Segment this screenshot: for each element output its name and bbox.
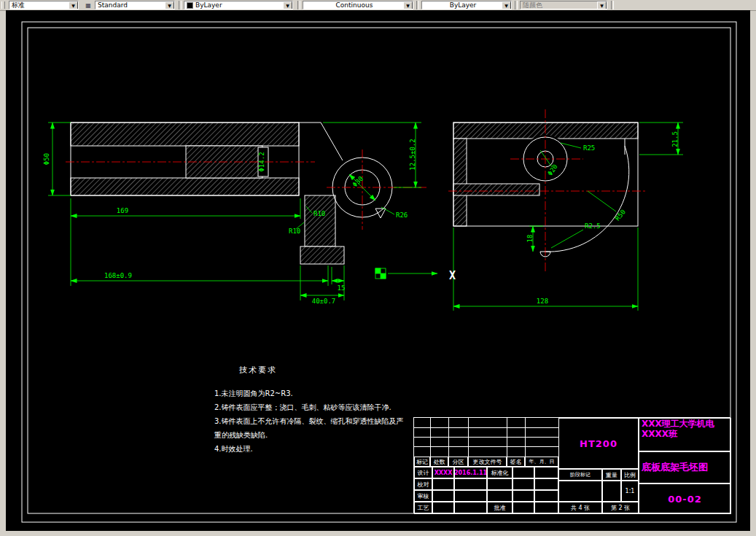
dim-r10a-label: R10 [313, 210, 325, 217]
cell-scale-value: 1:1 [621, 481, 639, 502]
dim-r26-label: R26 [396, 211, 408, 219]
title-block: 标记 处数 分区 更改文件号 签名 年、月、日 设计 XXXX 2016.1.1… [413, 417, 730, 513]
cell-zone: 分区 [448, 457, 468, 467]
properties-toolbar: 标准 ▼ ▦ Standard ▼ ByLayer ▼ Continuous ▼… [0, 0, 756, 11]
drawing-canvas[interactable]: Φ50 Φ14.2 169 168±0.9 40±0.7 15 12.5±0.2… [6, 10, 750, 531]
tech-item: 4.时效处理. [214, 442, 410, 456]
color-swatch-icon [187, 2, 193, 9]
cell-count: 处数 [430, 457, 448, 467]
cell-drawing-number: 00-02 [639, 483, 731, 514]
dim-phi14-label: Φ14.2 [258, 152, 265, 171]
text-style-icon[interactable]: ▦ [82, 1, 94, 11]
color-combo[interactable]: ByLayer ▼ [184, 1, 293, 9]
grid-line [414, 427, 558, 428]
dim-18-label: 18 [526, 235, 534, 243]
chevron-down-icon[interactable]: ▼ [403, 1, 413, 9]
dim-169-label: 169 [117, 207, 128, 214]
toolbar-separator [179, 1, 182, 9]
cell-sheets: 共 4 张 [558, 502, 602, 514]
empty-cell [602, 481, 621, 502]
cell-approve: 批准 [487, 502, 513, 514]
cell-organization: XXX理工大学机电 XXXX班 [639, 418, 731, 451]
toolbar-separator [416, 1, 419, 9]
dim-15-label: 15 [338, 284, 346, 292]
technical-requirements: 技术要求 1.未注明圆角为R2~R3. 2.铸件表面应平整；浇口、毛刺、粘砂等应… [214, 363, 410, 456]
dim-r10b-label: R10 [289, 228, 300, 235]
chevron-down-icon[interactable]: ▼ [69, 1, 78, 9]
tech-item: 3.铸件表面上不允许有冷隔、裂纹、缩孔和穿透性缺陷及严重的残缺类缺陷. [214, 414, 410, 442]
foot-flange-section [300, 246, 344, 264]
dim-r25-label: R25 [583, 144, 595, 152]
chevron-down-icon[interactable]: ▼ [165, 1, 174, 9]
dim-128-label: 128 [537, 298, 548, 305]
cell-check: 校对 [414, 478, 432, 490]
empty-cell [454, 490, 487, 502]
cell-signature: 签名 [507, 457, 525, 467]
app-window: { "toolbar": { "dim_style": "标准", "text_… [0, 0, 756, 536]
dim-phi30-label: Φ30 [351, 175, 365, 189]
tech-item: 2.铸件表面应平整；浇口、毛刺、粘砂等应该清除干净. [214, 400, 410, 414]
org-line1: XXX理工大学机电 [642, 419, 714, 429]
dim-215-label: 21.5 [671, 131, 679, 147]
empty-cell [454, 478, 487, 490]
right-view [453, 123, 638, 257]
empty-cell [558, 481, 602, 502]
text-style-combo[interactable]: Standard ▼ [95, 1, 175, 9]
linetype-combo[interactable]: Continuous ▼ [303, 1, 413, 9]
dim-style-combo[interactable]: 标准 ▼ [9, 1, 79, 9]
dim-style-value: 标准 [12, 1, 25, 9]
dim-r25s-label: R2.5 [585, 222, 601, 230]
arm-section [305, 195, 335, 246]
empty-cell [534, 467, 558, 478]
cell-weight: 重量 [602, 469, 621, 481]
cell-sheet-no: 第 2 张 [602, 502, 639, 514]
tech-requirements-title: 技术要求 [239, 363, 410, 377]
cell-stage: 阶段标记 [558, 469, 602, 481]
empty-cell [487, 478, 513, 490]
empty-cell [513, 478, 534, 490]
dim-r50-label: R50 [614, 209, 627, 222]
cell-audit: 审核 [414, 490, 432, 502]
cell-craft: 工艺 [414, 502, 432, 514]
cell-standardize: 标准化 [487, 467, 513, 478]
lineweight-combo[interactable]: ByLayer ▼ [421, 1, 512, 9]
linetype-value: Continuous [336, 1, 373, 9]
grid-line [414, 437, 558, 438]
chevron-down-icon[interactable]: ▼ [502, 1, 511, 9]
lineweight-value: ByLayer [450, 1, 477, 9]
toolbar-separator [297, 1, 300, 9]
cell-design: 设计 [414, 467, 432, 478]
empty-cell [513, 467, 534, 478]
empty-cell [534, 502, 558, 514]
chevron-down-icon[interactable]: ▼ [283, 1, 292, 9]
empty-cell [534, 490, 558, 502]
plot-style-combo[interactable]: 随颜色 ▼ [520, 1, 607, 9]
empty-cell [513, 502, 534, 514]
text-style-value: Standard [98, 1, 128, 9]
left-view [71, 123, 392, 264]
toolbar-grip[interactable] [1, 1, 5, 9]
grid-line [414, 446, 558, 447]
cell-doc-no: 更改文件号 [468, 457, 507, 467]
color-value: ByLayer [195, 1, 222, 9]
cell-date: 年、月、日 [525, 457, 558, 467]
section-x-label: X [449, 269, 456, 282]
dim-168-label: 168±0.9 [104, 272, 132, 279]
toolbar-separator [611, 1, 614, 9]
chevron-down-icon[interactable]: ▼ [597, 1, 607, 9]
toolbar-separator [515, 1, 518, 9]
empty-cell [432, 490, 454, 502]
cell-design-date: 2016.1.11 [454, 467, 487, 478]
dim-125-label: 12.5±0.2 [409, 139, 416, 170]
empty-cell [454, 502, 487, 514]
cell-design-name: XXXX [432, 467, 454, 478]
empty-cell [487, 490, 513, 502]
cell-material: HT200 [558, 418, 639, 469]
tech-item: 1.未注明圆角为R2~R3. [214, 387, 410, 400]
org-line2: XXXX班 [642, 429, 677, 439]
dim-40-label: 40±0.7 [312, 298, 336, 305]
cell-scale: 比例 [621, 469, 639, 481]
cell-mark: 标记 [414, 457, 430, 467]
empty-cell [513, 490, 534, 502]
plot-style-value: 随颜色 [523, 1, 542, 9]
